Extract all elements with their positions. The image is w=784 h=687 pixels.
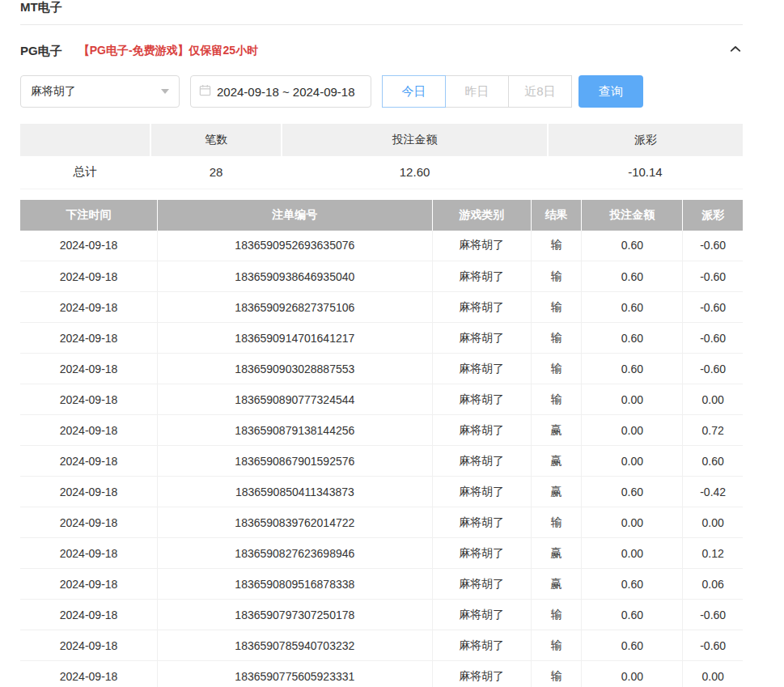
- bet-amount-cell: 0.60: [582, 292, 683, 323]
- result-cell: 输: [531, 323, 582, 354]
- section-notice: 【PG电子-免费游戏】仅保留25小时: [78, 44, 258, 58]
- summary-count-value: 28: [150, 156, 282, 189]
- payout-cell: -0.60: [683, 231, 743, 261]
- game-type-cell: 麻将胡了: [432, 477, 531, 507]
- table-row: 2024-09-181836590775605923331麻将胡了输0.000.…: [20, 661, 743, 687]
- game-type-cell: 麻将胡了: [432, 507, 531, 538]
- bet-amount-cell: 0.60: [582, 569, 683, 600]
- table-row: 2024-09-181836590914701641217麻将胡了输0.60-0…: [20, 323, 743, 354]
- result-cell: 输: [531, 261, 582, 292]
- payout-cell: -0.60: [683, 261, 743, 292]
- order-id-cell: 1836590827623698946: [158, 538, 432, 569]
- payout-cell: -0.60: [683, 630, 743, 661]
- game-type-cell: 麻将胡了: [432, 538, 531, 569]
- table-row: 2024-09-181836590879138144256麻将胡了赢0.000.…: [20, 415, 743, 446]
- table-row: 2024-09-181836590867901592576麻将胡了赢0.000.…: [20, 446, 743, 477]
- game-type-cell: 麻将胡了: [432, 261, 531, 292]
- payout-cell: -0.60: [683, 354, 743, 384]
- game-type-cell: 麻将胡了: [432, 569, 531, 600]
- collapse-section-button[interactable]: [728, 42, 743, 60]
- bet-time-cell: 2024-09-18: [20, 354, 158, 384]
- bet-records-table: 下注时间注单编号游戏类别结果投注金额派彩 2024-09-18183659095…: [20, 200, 743, 687]
- date-range-input[interactable]: 2024-09-18 ~ 2024-09-18: [190, 75, 371, 108]
- calendar-icon: [199, 84, 211, 99]
- quick-date-button-1[interactable]: 昨日: [445, 75, 509, 108]
- summary-header-row: 笔数 投注金额 派彩: [20, 124, 743, 156]
- game-type-cell: 麻将胡了: [432, 661, 531, 687]
- order-id-cell: 1836590850411343873: [158, 477, 432, 507]
- column-header-5: 派彩: [683, 200, 743, 231]
- date-quick-button-group: 今日昨日近8日: [383, 75, 572, 108]
- bet-amount-cell: 0.60: [582, 231, 683, 261]
- bet-amount-cell: 0.60: [582, 477, 683, 507]
- game-type-cell: 麻将胡了: [432, 231, 531, 261]
- summary-table: 笔数 投注金额 派彩 总计 28 12.60 -10.14: [20, 124, 743, 189]
- table-row: 2024-09-181836590785940703232麻将胡了输0.60-0…: [20, 630, 743, 661]
- payout-cell: 0.00: [683, 384, 743, 415]
- bet-amount-cell: 0.00: [582, 446, 683, 477]
- order-id-cell: 1836590952693635076: [158, 231, 432, 261]
- order-id-cell: 1836590903028887553: [158, 354, 432, 384]
- bet-amount-cell: 0.60: [582, 600, 683, 630]
- order-id-cell: 1836590890777324544: [158, 384, 432, 415]
- order-id-cell: 1836590938646935040: [158, 261, 432, 292]
- bet-time-cell: 2024-09-18: [20, 600, 158, 630]
- order-id-cell: 1836590809516878338: [158, 569, 432, 600]
- bet-time-cell: 2024-09-18: [20, 446, 158, 477]
- search-button[interactable]: 查询: [578, 75, 643, 108]
- quick-date-button-2[interactable]: 近8日: [508, 75, 572, 108]
- previous-section-title[interactable]: MT电子: [20, 0, 62, 15]
- bet-time-cell: 2024-09-18: [20, 661, 158, 687]
- column-header-2: 游戏类别: [432, 200, 531, 231]
- result-cell: 赢: [531, 569, 582, 600]
- bet-amount-cell: 0.60: [582, 354, 683, 384]
- bet-amount-cell: 0.00: [582, 538, 683, 569]
- bet-time-cell: 2024-09-18: [20, 507, 158, 538]
- table-row: 2024-09-181836590926827375106麻将胡了输0.60-0…: [20, 292, 743, 323]
- result-cell: 输: [531, 630, 582, 661]
- filter-bar: 麻将胡了 2024-09-18 ~ 2024-09-18 今日昨日近8日 查询: [20, 75, 743, 108]
- game-type-cell: 麻将胡了: [432, 323, 531, 354]
- table-row: 2024-09-181836590839762014722麻将胡了输0.000.…: [20, 507, 743, 538]
- game-select-value: 麻将胡了: [31, 84, 76, 99]
- bet-amount-cell: 0.00: [582, 507, 683, 538]
- bet-time-cell: 2024-09-18: [20, 384, 158, 415]
- result-cell: 输: [531, 292, 582, 323]
- column-header-1: 注单编号: [158, 200, 432, 231]
- result-cell: 输: [531, 384, 582, 415]
- table-row: 2024-09-181836590938646935040麻将胡了输0.60-0…: [20, 261, 743, 292]
- game-type-cell: 麻将胡了: [432, 630, 531, 661]
- table-row: 2024-09-181836590827623698946麻将胡了赢0.000.…: [20, 538, 743, 569]
- payout-cell: -0.42: [683, 477, 743, 507]
- table-row: 2024-09-181836590850411343873麻将胡了赢0.60-0…: [20, 477, 743, 507]
- payout-cell: 0.00: [683, 507, 743, 538]
- table-row: 2024-09-181836590952693635076麻将胡了输0.60-0…: [20, 231, 743, 261]
- column-header-0: 下注时间: [20, 200, 158, 231]
- table-row: 2024-09-181836590809516878338麻将胡了赢0.600.…: [20, 569, 743, 600]
- result-cell: 输: [531, 507, 582, 538]
- bet-amount-cell: 0.00: [582, 415, 683, 446]
- summary-header-empty: [20, 124, 150, 156]
- game-select[interactable]: 麻将胡了: [20, 75, 180, 108]
- section-title: PG电子: [20, 44, 62, 59]
- table-row: 2024-09-181836590890777324544麻将胡了输0.000.…: [20, 384, 743, 415]
- result-cell: 输: [531, 354, 582, 384]
- bet-amount-cell: 0.60: [582, 323, 683, 354]
- payout-cell: -0.60: [683, 600, 743, 630]
- chevron-down-icon: [161, 89, 169, 94]
- bet-time-cell: 2024-09-18: [20, 415, 158, 446]
- order-id-cell: 1836590879138144256: [158, 415, 432, 446]
- bet-time-cell: 2024-09-18: [20, 630, 158, 661]
- payout-cell: 0.72: [683, 415, 743, 446]
- records-header-row: 下注时间注单编号游戏类别结果投注金额派彩: [20, 200, 743, 231]
- table-row: 2024-09-181836590903028887553麻将胡了输0.60-0…: [20, 354, 743, 384]
- summary-header-payout: 派彩: [548, 124, 743, 156]
- payout-cell: 0.12: [683, 538, 743, 569]
- summary-header-count: 笔数: [150, 124, 282, 156]
- bet-time-cell: 2024-09-18: [20, 538, 158, 569]
- order-id-cell: 1836590775605923331: [158, 661, 432, 687]
- order-id-cell: 1836590914701641217: [158, 323, 432, 354]
- quick-date-button-0[interactable]: 今日: [382, 75, 446, 108]
- chevron-up-icon: [728, 42, 743, 60]
- result-cell: 赢: [531, 446, 582, 477]
